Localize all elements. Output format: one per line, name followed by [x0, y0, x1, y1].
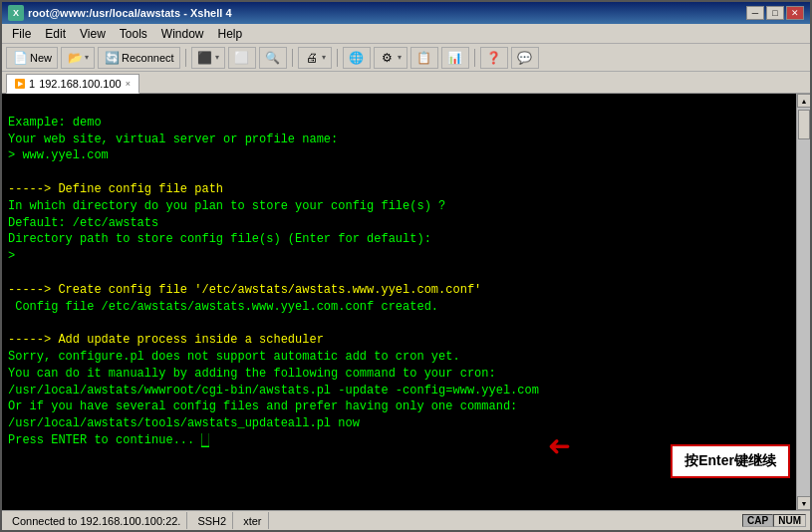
sep2	[292, 49, 293, 67]
tab-1[interactable]: ▶ 1 192.168.100.100 ×	[6, 74, 139, 94]
app-icon: X	[8, 5, 24, 21]
new-label: New	[30, 52, 52, 64]
open-button[interactable]: 📂 ▾	[61, 47, 95, 69]
find-button[interactable]: 🔍	[259, 47, 287, 69]
new-button[interactable]: 📄 New	[6, 47, 58, 69]
settings-icon: ⚙	[380, 50, 396, 66]
maximize-button[interactable]: □	[766, 6, 784, 20]
open-dropdown: ▾	[85, 53, 89, 62]
menu-help[interactable]: Help	[212, 26, 249, 42]
chat-icon: 💬	[517, 50, 533, 66]
menu-file[interactable]: File	[6, 26, 37, 42]
popup-box: 按Enter键继续	[671, 444, 790, 478]
globe-button[interactable]: 🌐	[343, 47, 371, 69]
close-button[interactable]: ✕	[786, 6, 804, 20]
reconnect-icon: 🔄	[104, 50, 120, 66]
connection-text: Connected to 192.168.100.100:22.	[12, 515, 180, 527]
term-icon: ⬛	[197, 50, 213, 66]
window-title: root@www:/usr/local/awstats - Xshell 4	[28, 7, 232, 19]
minimize-button[interactable]: ─	[746, 6, 764, 20]
new-icon: 📄	[12, 50, 28, 66]
status-ssh: SSH2	[191, 512, 233, 529]
terminal-container: Example: demo Your web site, virtual ser…	[2, 94, 810, 510]
menu-edit[interactable]: Edit	[39, 26, 72, 42]
menu-window[interactable]: Window	[155, 26, 210, 42]
help-button[interactable]: ❓	[480, 47, 508, 69]
main-window: X root@www:/usr/local/awstats - Xshell 4…	[0, 0, 812, 532]
print-button[interactable]: 🖨 ▾	[298, 47, 332, 69]
tab-close[interactable]: ×	[126, 79, 131, 89]
help-icon: ❓	[486, 50, 502, 66]
sftp-icon: 📋	[416, 50, 432, 66]
scrollbar-track	[797, 108, 810, 496]
copy-icon: ⬜	[234, 50, 250, 66]
tab-number: 1	[29, 78, 35, 90]
ssh-text: SSH2	[197, 515, 226, 527]
sep1	[185, 49, 186, 67]
sep3	[337, 49, 338, 67]
term-button[interactable]: ⬛ ▾	[191, 47, 225, 69]
sftp-button[interactable]: 📋	[410, 47, 438, 69]
settings-dropdown: ▾	[398, 53, 402, 62]
toolbar: 📄 New 📂 ▾ 🔄 Reconnect ⬛ ▾ ⬜ 🔍 🖨 ▾ 🌐	[2, 44, 810, 72]
terminal-text: xter	[243, 515, 261, 527]
globe-icon: 🌐	[349, 50, 365, 66]
title-bar-controls: ─ □ ✕	[746, 6, 804, 20]
xftp-icon: 📊	[447, 50, 463, 66]
scrollbar[interactable]: ▲ ▼	[796, 94, 810, 510]
reconnect-label: Reconnect	[122, 52, 174, 64]
term-dropdown: ▾	[215, 53, 219, 62]
print-dropdown: ▾	[322, 53, 326, 62]
settings-button[interactable]: ⚙ ▾	[374, 47, 407, 69]
status-bar: Connected to 192.168.100.100:22. SSH2 xt…	[2, 510, 810, 530]
sep4	[474, 49, 475, 67]
title-bar: X root@www:/usr/local/awstats - Xshell 4…	[2, 2, 810, 24]
title-bar-left: X root@www:/usr/local/awstats - Xshell 4	[8, 5, 232, 21]
open-icon: 📂	[67, 50, 83, 66]
chat-button[interactable]: 💬	[511, 47, 539, 69]
caps-indicator: CAP	[742, 514, 773, 527]
find-icon: 🔍	[265, 50, 281, 66]
menu-bar: File Edit View Tools Window Help	[2, 24, 810, 44]
popup-text: 按Enter键继续	[684, 452, 776, 468]
status-terminal: xter	[237, 512, 268, 529]
scrollbar-down[interactable]: ▼	[797, 496, 810, 510]
tab-bar: ▶ 1 192.168.100.100 ×	[2, 72, 810, 94]
copy-button[interactable]: ⬜	[228, 47, 256, 69]
red-arrow: ➜	[548, 429, 571, 462]
status-connection: Connected to 192.168.100.100:22.	[6, 512, 187, 529]
status-right: CAP NUM	[742, 514, 806, 527]
print-icon: 🖨	[304, 50, 320, 66]
scrollbar-thumb[interactable]	[798, 110, 810, 139]
xftp-button[interactable]: 📊	[441, 47, 469, 69]
menu-view[interactable]: View	[74, 26, 112, 42]
reconnect-button[interactable]: 🔄 Reconnect	[98, 47, 180, 69]
tab-address: 192.168.100.100	[39, 78, 122, 90]
num-indicator: NUM	[773, 514, 806, 527]
scrollbar-up[interactable]: ▲	[797, 94, 810, 108]
tab-indicator: ▶	[15, 79, 25, 89]
menu-tools[interactable]: Tools	[114, 26, 153, 42]
